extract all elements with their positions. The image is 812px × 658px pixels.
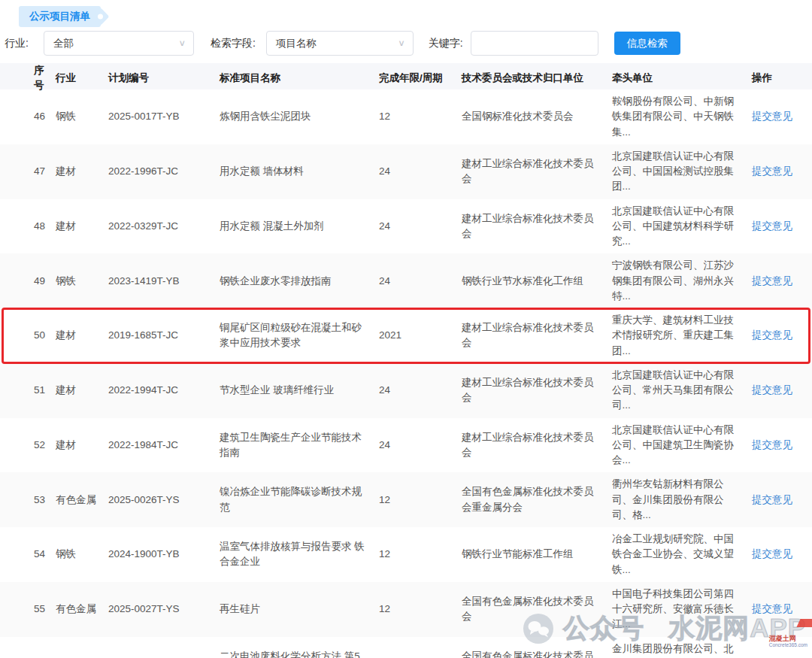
submit-opinion-link[interactable]: 提交意见 (752, 329, 792, 341)
page-title-badge: 公示项目清单 (19, 6, 101, 27)
chevron-down-icon: ∨ (398, 38, 405, 48)
row-period: 24 (379, 269, 462, 293)
row-plan-code: 2022-0329T-JC (108, 214, 220, 238)
row-lead-unit: 衢州华友钴新材料有限公司、金川集团股份有限公司、格... (612, 472, 752, 527)
row-industry: 有色金属 (56, 652, 108, 658)
row-committee: 建材工业综合标准化技术委员会 (462, 316, 612, 356)
column-header: 完成年限/周期 (379, 71, 462, 86)
row-number: 52 (23, 433, 56, 457)
row-plan-code: 2025-0026T-YS (108, 488, 220, 512)
row-actions: 提交意见 (752, 488, 804, 512)
row-lead-unit: 北京国建联信认证中心有限公司、中国国检测试控股集团... (612, 144, 752, 199)
page-title: 公示项目清单 (29, 11, 90, 22)
search-field-select[interactable]: 项目名称 ∨ (266, 31, 414, 56)
row-actions: 提交意见 (752, 433, 804, 457)
row-project-name: 建筑卫生陶瓷生产企业节能技术指南 (220, 426, 379, 465)
row-lead-unit: 宁波钢铁有限公司、江苏沙钢集团有限公司、湖州永兴特... (612, 253, 752, 308)
row-number: 47 (23, 159, 56, 183)
row-industry: 有色金属 (56, 597, 108, 621)
row-industry: 钢铁 (56, 542, 108, 566)
row-industry: 建材 (56, 323, 108, 347)
column-header: 标准项目名称 (220, 71, 379, 86)
table-row: 56有色金属2025-0024T-YS二次电池废料化学分析方法 第5部分：镍、钴… (0, 637, 812, 658)
row-lead-unit: 北京国建联信认证中心有限公司、中国建筑材料科学研究... (612, 199, 752, 254)
row-lead-unit: 重庆大学、建筑材料工业技术情报研究所、重庆建工集团... (612, 308, 752, 363)
submit-opinion-link[interactable]: 提交意见 (752, 603, 792, 614)
row-lead-unit: 金川集团股份有限公司、北方铜业股份有限公司、山东中... (612, 637, 752, 658)
row-actions: 提交意见 (752, 652, 804, 658)
row-committee: 全国有色金属标准化技术委员会重金属分会 (462, 644, 612, 658)
submit-opinion-link[interactable]: 提交意见 (752, 439, 792, 450)
row-actions: 提交意见 (752, 159, 804, 183)
row-plan-code: 2022-1984T-JC (108, 433, 220, 457)
table-row: 51建材2022-1994T-JC节水型企业 玻璃纤维行业24建材工业综合标准化… (0, 363, 812, 418)
row-period: 12 (379, 542, 462, 566)
row-committee: 建材工业综合标准化技术委员会 (462, 426, 612, 465)
column-header: 牵头单位 (612, 71, 752, 86)
search-button[interactable]: 信息检索 (614, 32, 680, 55)
row-period: 2021 (379, 323, 462, 347)
row-industry: 钢铁 (56, 269, 108, 293)
row-lead-unit: 北京国建联信认证中心有限公司、中国建筑卫生陶瓷协会... (612, 418, 752, 473)
submit-opinion-link[interactable]: 提交意见 (752, 111, 792, 122)
industry-label: 行业: (5, 37, 29, 50)
row-committee: 全国有色金属标准化技术委员会重金属分会 (462, 480, 612, 520)
row-period: 12 (379, 597, 462, 621)
row-committee: 钢铁行业节能标准工作组 (462, 542, 612, 566)
row-industry: 建材 (56, 433, 108, 457)
submit-opinion-link[interactable]: 提交意见 (752, 220, 792, 232)
keyword-input[interactable] (471, 31, 598, 56)
submit-opinion-link[interactable]: 提交意见 (752, 165, 792, 177)
table-body: 46钢铁2025-0017T-YB炼钢用含铁尘泥团块12全国钢标准化技术委员会鞍… (0, 89, 812, 658)
row-period: 12 (379, 105, 462, 129)
table-row: 47建材2022-1996T-JC用水定额 墙体材料24建材工业综合标准化技术委… (0, 144, 812, 199)
row-project-name: 二次电池废料化学分析方法 第5部分：镍、钴、锰、锂、... (220, 644, 379, 658)
submit-opinion-link[interactable]: 提交意见 (752, 384, 792, 396)
search-field-label: 检索字段: (211, 37, 256, 50)
row-project-name: 钢铁企业废水零排放指南 (220, 269, 379, 293)
row-number: 51 (23, 378, 56, 402)
chevron-down-icon: ∨ (178, 38, 186, 48)
row-lead-unit: 北京国建联信认证中心有限公司、常州天马集团有限公司... (612, 363, 752, 418)
row-number: 50 (23, 323, 56, 347)
row-committee: 全国有色金属标准化技术委员会 (462, 590, 612, 629)
submit-opinion-link[interactable]: 提交意见 (752, 275, 792, 287)
table-row: 48建材2022-0329T-JC用水定额 混凝土外加剂24建材工业综合标准化技… (0, 199, 812, 254)
row-plan-code: 2025-0017T-YB (108, 105, 220, 129)
row-lead-unit: 中国电子科技集团公司第四十六研究所、安徽富乐德长江... (612, 582, 752, 637)
row-committee: 钢铁行业节水标准化工作组 (462, 269, 612, 293)
row-industry: 建材 (56, 378, 108, 402)
table-row: 54钢铁2024-1900T-YB温室气体排放核算与报告要求 铁合金企业12钢铁… (0, 527, 812, 582)
row-period: 24 (379, 378, 462, 402)
table-row: 49钢铁2023-1419T-YB钢铁企业废水零排放指南24钢铁行业节水标准化工… (0, 253, 812, 308)
row-number: 48 (23, 214, 56, 238)
table-row: 46钢铁2025-0017T-YB炼钢用含铁尘泥团块12全国钢标准化技术委员会鞍… (0, 89, 812, 144)
row-plan-code: 2025-0027T-YS (108, 597, 220, 621)
row-number: 54 (23, 542, 56, 566)
column-header: 操作 (752, 71, 804, 86)
row-project-name: 镍冶炼企业节能降碳诊断技术规范 (220, 480, 379, 520)
row-industry: 建材 (56, 159, 108, 183)
industry-select-value: 全部 (53, 37, 74, 50)
table-row: 53有色金属2025-0026T-YS镍冶炼企业节能降碳诊断技术规范12全国有色… (0, 472, 812, 527)
row-number: 53 (23, 488, 56, 512)
table-row: 52建材2022-1984T-JC建筑卫生陶瓷生产企业节能技术指南24建材工业综… (0, 418, 812, 473)
row-project-name: 节水型企业 玻璃纤维行业 (220, 378, 379, 402)
row-period: 24 (379, 433, 462, 457)
row-project-name: 温室气体排放核算与报告要求 铁合金企业 (220, 535, 379, 575)
row-period: 24 (379, 159, 462, 183)
industry-select[interactable]: 全部 ∨ (44, 31, 194, 56)
row-project-name: 再生硅片 (220, 597, 379, 621)
row-committee: 建材工业综合标准化技术委员会 (462, 207, 612, 247)
submit-opinion-link[interactable]: 提交意见 (752, 494, 792, 505)
row-plan-code: 2022-1994T-JC (108, 378, 220, 402)
row-actions: 提交意见 (752, 269, 804, 293)
submit-opinion-link[interactable]: 提交意见 (752, 548, 792, 559)
row-committee: 全国钢标准化技术委员会 (462, 105, 612, 129)
row-actions: 提交意见 (752, 105, 804, 129)
row-committee: 建材工业综合标准化技术委员会 (462, 152, 612, 192)
column-header: 行业 (56, 71, 108, 86)
search-field-select-value: 项目名称 (276, 37, 317, 50)
table-row: 50建材2019-1685T-JC铜尾矿区间粒级砂在混凝土和砂浆中应用技术要求2… (0, 308, 812, 363)
badge-dot-decor (98, 14, 103, 20)
